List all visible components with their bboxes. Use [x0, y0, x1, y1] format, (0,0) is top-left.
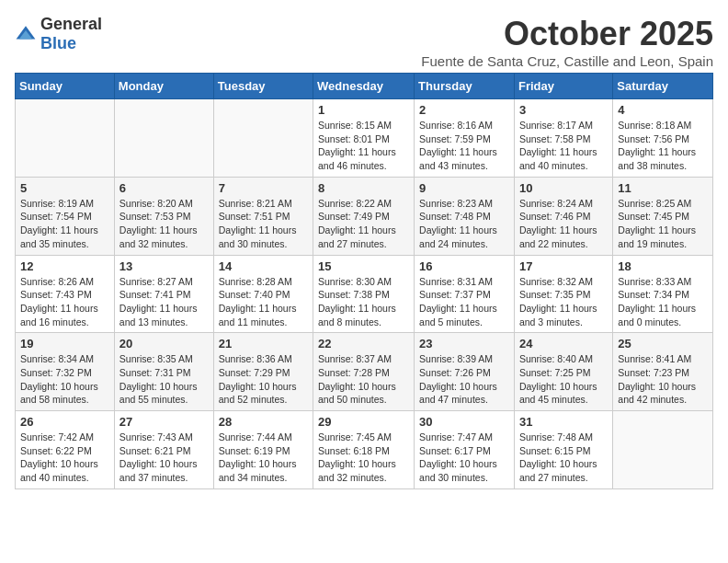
- day-info: Sunrise: 8:20 AM Sunset: 7:53 PM Dayligh…: [119, 197, 209, 251]
- calendar-cell: 22Sunrise: 8:37 AM Sunset: 7:28 PM Dayli…: [313, 333, 415, 411]
- calendar-cell: [213, 99, 313, 178]
- calendar-cell: 4Sunrise: 8:18 AM Sunset: 7:56 PM Daylig…: [613, 99, 713, 178]
- day-info: Sunrise: 8:31 AM Sunset: 7:37 PM Dayligh…: [419, 275, 509, 329]
- calendar-header: SundayMondayTuesdayWednesdayThursdayFrid…: [16, 74, 713, 99]
- day-number: 15: [318, 259, 409, 273]
- calendar-cell: 2Sunrise: 8:16 AM Sunset: 7:59 PM Daylig…: [415, 99, 515, 178]
- calendar-cell: 19Sunrise: 8:34 AM Sunset: 7:32 PM Dayli…: [16, 333, 115, 411]
- day-info: Sunrise: 8:35 AM Sunset: 7:31 PM Dayligh…: [119, 352, 209, 407]
- day-number: 12: [20, 259, 109, 273]
- day-number: 4: [618, 103, 708, 117]
- day-number: 17: [519, 259, 608, 273]
- day-info: Sunrise: 8:25 AM Sunset: 7:45 PM Dayligh…: [618, 197, 708, 251]
- week-row-1: 1Sunrise: 8:15 AM Sunset: 8:01 PM Daylig…: [16, 99, 713, 178]
- day-number: 19: [20, 337, 109, 350]
- calendar-cell: 15Sunrise: 8:30 AM Sunset: 7:38 PM Dayli…: [313, 255, 415, 333]
- header-row: SundayMondayTuesdayWednesdayThursdayFrid…: [16, 74, 713, 99]
- day-number: 10: [519, 181, 608, 195]
- day-info: Sunrise: 7:44 AM Sunset: 6:19 PM Dayligh…: [219, 431, 308, 485]
- day-info: Sunrise: 7:47 AM Sunset: 6:17 PM Dayligh…: [419, 431, 509, 485]
- header-day-friday: Friday: [514, 74, 612, 99]
- calendar-cell: 18Sunrise: 8:33 AM Sunset: 7:34 PM Dayli…: [613, 255, 713, 333]
- calendar-cell: 28Sunrise: 7:44 AM Sunset: 6:19 PM Dayli…: [213, 411, 313, 489]
- header-day-sunday: Sunday: [16, 74, 115, 99]
- day-number: 27: [119, 415, 209, 429]
- location-subtitle: Fuente de Santa Cruz, Castille and Leon,…: [421, 53, 713, 69]
- calendar-cell: 6Sunrise: 8:20 AM Sunset: 7:53 PM Daylig…: [114, 177, 213, 255]
- calendar-cell: [16, 99, 115, 178]
- day-info: Sunrise: 8:36 AM Sunset: 7:29 PM Dayligh…: [219, 352, 308, 407]
- day-number: 18: [618, 259, 708, 273]
- day-info: Sunrise: 8:37 AM Sunset: 7:28 PM Dayligh…: [318, 352, 409, 407]
- day-info: Sunrise: 8:21 AM Sunset: 7:51 PM Dayligh…: [219, 197, 308, 251]
- day-info: Sunrise: 7:45 AM Sunset: 6:18 PM Dayligh…: [318, 431, 409, 485]
- day-number: 13: [119, 259, 209, 273]
- calendar-cell: 17Sunrise: 8:32 AM Sunset: 7:35 PM Dayli…: [514, 255, 612, 333]
- calendar-cell: [114, 99, 213, 178]
- header-day-tuesday: Tuesday: [213, 74, 313, 99]
- day-number: 16: [419, 259, 509, 273]
- calendar-cell: 25Sunrise: 8:41 AM Sunset: 7:23 PM Dayli…: [613, 333, 713, 411]
- month-title: October 2025: [421, 15, 713, 53]
- title-block: October 2025 Fuente de Santa Cruz, Casti…: [421, 15, 713, 69]
- calendar-cell: 9Sunrise: 8:23 AM Sunset: 7:48 PM Daylig…: [415, 177, 515, 255]
- day-number: 23: [419, 337, 509, 350]
- calendar-table: SundayMondayTuesdayWednesdayThursdayFrid…: [15, 73, 713, 489]
- day-info: Sunrise: 7:42 AM Sunset: 6:22 PM Dayligh…: [20, 431, 109, 485]
- calendar-cell: 13Sunrise: 8:27 AM Sunset: 7:41 PM Dayli…: [114, 255, 213, 333]
- logo-icon: [15, 23, 37, 45]
- day-info: Sunrise: 8:27 AM Sunset: 7:41 PM Dayligh…: [119, 275, 209, 329]
- day-info: Sunrise: 8:28 AM Sunset: 7:40 PM Dayligh…: [219, 275, 308, 329]
- calendar-cell: 3Sunrise: 8:17 AM Sunset: 7:58 PM Daylig…: [514, 99, 612, 178]
- day-number: 24: [519, 337, 608, 350]
- day-info: Sunrise: 8:41 AM Sunset: 7:23 PM Dayligh…: [618, 352, 708, 407]
- day-number: 7: [219, 181, 308, 195]
- day-info: Sunrise: 8:18 AM Sunset: 7:56 PM Dayligh…: [618, 119, 708, 173]
- day-number: 8: [318, 181, 409, 195]
- header-day-saturday: Saturday: [613, 74, 713, 99]
- calendar-cell: 8Sunrise: 8:22 AM Sunset: 7:49 PM Daylig…: [313, 177, 415, 255]
- calendar-cell: 7Sunrise: 8:21 AM Sunset: 7:51 PM Daylig…: [213, 177, 313, 255]
- day-number: 14: [219, 259, 308, 273]
- day-number: 11: [618, 181, 708, 195]
- day-number: 22: [318, 337, 409, 350]
- day-number: 21: [219, 337, 308, 350]
- day-number: 29: [318, 415, 409, 429]
- week-row-5: 26Sunrise: 7:42 AM Sunset: 6:22 PM Dayli…: [16, 411, 713, 489]
- header-day-wednesday: Wednesday: [313, 74, 415, 99]
- week-row-2: 5Sunrise: 8:19 AM Sunset: 7:54 PM Daylig…: [16, 177, 713, 255]
- logo-blue: Blue: [40, 34, 76, 52]
- calendar-cell: 21Sunrise: 8:36 AM Sunset: 7:29 PM Dayli…: [213, 333, 313, 411]
- day-info: Sunrise: 8:19 AM Sunset: 7:54 PM Dayligh…: [20, 197, 109, 251]
- calendar-cell: 16Sunrise: 8:31 AM Sunset: 7:37 PM Dayli…: [415, 255, 515, 333]
- calendar-cell: 1Sunrise: 8:15 AM Sunset: 8:01 PM Daylig…: [313, 99, 415, 178]
- day-info: Sunrise: 8:34 AM Sunset: 7:32 PM Dayligh…: [20, 352, 109, 407]
- calendar-cell: 31Sunrise: 7:48 AM Sunset: 6:15 PM Dayli…: [514, 411, 612, 489]
- day-info: Sunrise: 7:48 AM Sunset: 6:15 PM Dayligh…: [519, 431, 608, 485]
- day-info: Sunrise: 8:39 AM Sunset: 7:26 PM Dayligh…: [419, 352, 509, 407]
- week-row-4: 19Sunrise: 8:34 AM Sunset: 7:32 PM Dayli…: [16, 333, 713, 411]
- day-info: Sunrise: 8:15 AM Sunset: 8:01 PM Dayligh…: [318, 119, 409, 173]
- day-info: Sunrise: 8:16 AM Sunset: 7:59 PM Dayligh…: [419, 119, 509, 173]
- day-info: Sunrise: 8:26 AM Sunset: 7:43 PM Dayligh…: [20, 275, 109, 329]
- calendar-cell: 10Sunrise: 8:24 AM Sunset: 7:46 PM Dayli…: [514, 177, 612, 255]
- header-day-monday: Monday: [114, 74, 213, 99]
- day-number: 9: [419, 181, 509, 195]
- day-info: Sunrise: 8:23 AM Sunset: 7:48 PM Dayligh…: [419, 197, 509, 251]
- day-info: Sunrise: 8:24 AM Sunset: 7:46 PM Dayligh…: [519, 197, 608, 251]
- page-header: General Blue October 2025 Fuente de Sant…: [15, 15, 713, 69]
- day-number: 3: [519, 103, 608, 117]
- logo-general: General: [40, 15, 102, 33]
- day-number: 2: [419, 103, 509, 117]
- calendar-body: 1Sunrise: 8:15 AM Sunset: 8:01 PM Daylig…: [16, 99, 713, 489]
- calendar-cell: 20Sunrise: 8:35 AM Sunset: 7:31 PM Dayli…: [114, 333, 213, 411]
- calendar-cell: 30Sunrise: 7:47 AM Sunset: 6:17 PM Dayli…: [415, 411, 515, 489]
- calendar-cell: 11Sunrise: 8:25 AM Sunset: 7:45 PM Dayli…: [613, 177, 713, 255]
- calendar-cell: 24Sunrise: 8:40 AM Sunset: 7:25 PM Dayli…: [514, 333, 612, 411]
- calendar-cell: 23Sunrise: 8:39 AM Sunset: 7:26 PM Dayli…: [415, 333, 515, 411]
- day-info: Sunrise: 8:17 AM Sunset: 7:58 PM Dayligh…: [519, 119, 608, 173]
- week-row-3: 12Sunrise: 8:26 AM Sunset: 7:43 PM Dayli…: [16, 255, 713, 333]
- day-number: 5: [20, 181, 109, 195]
- day-number: 6: [119, 181, 209, 195]
- calendar-cell: 29Sunrise: 7:45 AM Sunset: 6:18 PM Dayli…: [313, 411, 415, 489]
